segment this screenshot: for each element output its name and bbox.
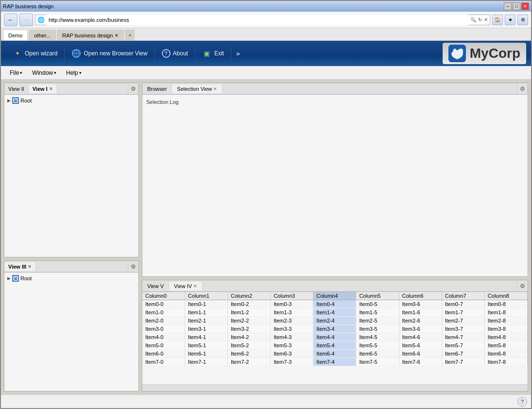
tab-other[interactable]: other... (29, 30, 56, 40)
tab-view-iii-close-icon[interactable]: ✕ (28, 264, 32, 269)
window-frame: RAP business design ─ □ ✕ ← → 🌐 🔍 ↻ ✕ 🏠 … (0, 0, 532, 409)
left-bottom-view-content: ▶ Root (4, 273, 138, 391)
table-row[interactable]: Item2-0Item2-1Item2-2Item2-3Item2-4Item2… (142, 317, 528, 325)
table-cell: Item7-5 (356, 358, 399, 366)
browser-tab-bar: Demo other... RAP business design ✕ + (1, 28, 531, 41)
menu-help-arrow: ▾ (79, 70, 82, 75)
table-cell: Item2-6 (399, 317, 442, 325)
table-cell: Item0-2 (228, 300, 271, 308)
table-row[interactable]: Item3-0Item3-1Item3-2Item3-3Item3-4Item3… (142, 325, 528, 333)
tree-arrow-icon: ▶ (7, 98, 11, 103)
tab-view-v[interactable]: View V (142, 282, 169, 290)
table-cell: Item5-7 (442, 341, 484, 350)
menu-file-arrow: ▾ (20, 70, 22, 75)
more-button[interactable]: » (231, 47, 245, 60)
table-row[interactable]: Item1-0Item1-1Item1-2Item1-3Item1-4Item1… (142, 308, 528, 317)
address-bar: ← → 🌐 🔍 ↻ ✕ 🏠 ★ ⚙ (1, 12, 531, 28)
new-tab-button[interactable]: + (125, 30, 135, 40)
refresh-icon[interactable]: ↻ (478, 17, 482, 22)
table-view-panel: View V View IV ✕ ⚙ Column0Column1Column2… (142, 280, 528, 392)
table-cell: Item5-8 (484, 341, 527, 350)
column-header-1[interactable]: Column1 (185, 292, 227, 300)
column-header-0[interactable]: Column0 (142, 292, 185, 300)
tab-rap-close-icon[interactable]: ✕ (115, 33, 119, 38)
favicon-icon: 🌐 (37, 17, 45, 23)
tab-selection-view[interactable]: Selection View ✕ (172, 85, 223, 93)
tools-button[interactable]: ⚙ (517, 15, 528, 25)
tree-item-root-bottom[interactable]: ▶ Root (6, 274, 137, 282)
menu-help[interactable]: Help ▾ (61, 68, 86, 78)
column-header-7[interactable]: Column7 (442, 292, 484, 300)
close-button[interactable]: ✕ (521, 2, 529, 10)
table-cell: Item6-4 (313, 350, 356, 358)
table-cell: Item0-7 (442, 300, 484, 308)
tab-view-iv-close-icon[interactable]: ✕ (193, 284, 197, 289)
table-cell: Item0-5 (356, 300, 399, 308)
tab-view-i-close-icon[interactable]: ✕ (49, 86, 53, 91)
tab-view-ii[interactable]: View II (4, 85, 29, 93)
table-cell: Item1-1 (185, 308, 227, 317)
browser-view-gear-button[interactable]: ⚙ (517, 84, 528, 94)
exit-icon: ▣ (202, 49, 212, 58)
about-button[interactable]: ? About (155, 46, 195, 61)
menu-window[interactable]: Window ▾ (27, 68, 61, 78)
tab-rap[interactable]: RAP business design ✕ (57, 30, 124, 40)
table-row[interactable]: Item7-0Item7-1Item7-2Item7-3Item7-4Item7… (142, 358, 528, 366)
tab-demo-label: Demo (8, 33, 22, 38)
table-row[interactable]: Item5-0Item5-1Item5-2Item5-3Item5-4Item5… (142, 341, 528, 350)
column-header-2[interactable]: Column2 (228, 292, 271, 300)
tab-view-iii[interactable]: View III ✕ (4, 262, 36, 271)
open-wizard-button[interactable]: ✦ Open wizard (6, 46, 65, 61)
favorites-button[interactable]: ★ (505, 15, 515, 25)
table-cell: Item4-8 (484, 333, 527, 341)
table-cell: Item6-1 (185, 350, 227, 358)
tab-demo[interactable]: Demo (3, 30, 28, 40)
help-button[interactable]: ? (517, 397, 527, 407)
close-nav-icon[interactable]: ✕ (484, 17, 488, 22)
address-input[interactable] (47, 15, 468, 25)
table-row[interactable]: Item0-0Item0-1Item0-2Item0-3Item0-4Item0… (142, 300, 528, 308)
tab-view-iv[interactable]: View IV ✕ (169, 282, 203, 290)
forward-button[interactable]: → (19, 14, 33, 26)
maximize-button[interactable]: □ (513, 2, 520, 10)
home-button[interactable]: 🏠 (492, 15, 503, 25)
left-panel: View II View I ✕ ⚙ ▶ Root (4, 83, 139, 392)
minimize-button[interactable]: ─ (504, 2, 512, 10)
wizard-icon: ✦ (13, 49, 22, 58)
column-header-3[interactable]: Column3 (271, 292, 313, 300)
table-cell: Item2-3 (271, 317, 313, 325)
table-row[interactable]: Item6-0Item6-1Item6-2Item6-3Item6-4Item6… (142, 350, 528, 358)
table-cell: Item7-8 (484, 358, 527, 366)
menu-window-label: Window (32, 69, 53, 76)
tab-view-i[interactable]: View I ✕ (29, 85, 57, 93)
open-browser-view-button[interactable]: Open new Browser View (65, 46, 154, 61)
left-bottom-gear-button[interactable]: ⚙ (128, 261, 138, 272)
title-bar: RAP business design ─ □ ✕ (1, 1, 531, 12)
table-cell: Item0-4 (313, 300, 356, 308)
column-header-5[interactable]: Column5 (356, 292, 399, 300)
column-header-8[interactable]: Column8 (484, 292, 527, 300)
column-header-6[interactable]: Column6 (399, 292, 442, 300)
table-cell: Item6-5 (356, 350, 399, 358)
tab-view-v-label: View V (147, 283, 164, 289)
table-cell: Item2-4 (313, 317, 356, 325)
back-button[interactable]: ← (4, 14, 17, 26)
left-top-gear-button[interactable]: ⚙ (128, 84, 138, 94)
table-cell: Item2-0 (142, 317, 185, 325)
table-cell: Item0-1 (185, 300, 227, 308)
table-gear-button[interactable]: ⚙ (517, 281, 528, 291)
view-panel-bottom: View III ✕ ⚙ ▶ Root (4, 260, 139, 392)
exit-button[interactable]: ▣ Exit (195, 46, 231, 61)
table-cell: Item2-7 (442, 317, 484, 325)
menu-file[interactable]: File ▾ (5, 68, 27, 78)
horizontal-scrollbar[interactable] (142, 384, 528, 391)
table-row[interactable]: Item4-0Item4-1Item4-2Item4-3Item4-4Item4… (142, 333, 528, 341)
table-cell: Item4-0 (142, 333, 185, 341)
tab-view-i-label: View I (33, 86, 48, 92)
table-container[interactable]: Column0Column1Column2Column3Column4Colum… (142, 292, 528, 384)
tab-browser[interactable]: Browser (142, 85, 172, 93)
column-header-4[interactable]: Column4 (313, 292, 356, 300)
browser-view-content: Selection Log (142, 95, 528, 276)
tab-selection-view-close-icon[interactable]: ✕ (213, 86, 217, 91)
tree-item-root-top[interactable]: ▶ Root (6, 97, 137, 104)
